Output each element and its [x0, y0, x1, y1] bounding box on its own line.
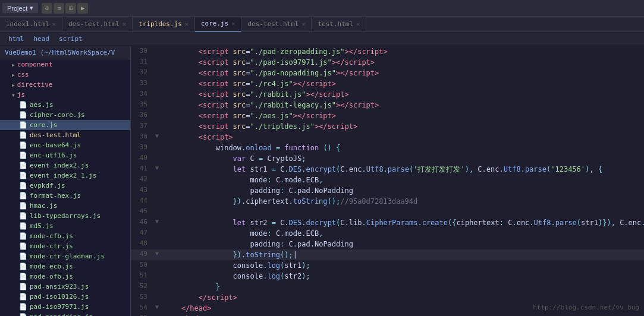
sidebar-item-label: evpkdf.js — [30, 182, 65, 189]
file-icon: 📄 — [19, 202, 27, 210]
tab-test[interactable]: test.html ✕ — [312, 17, 366, 32]
sidebar-item-label: core.js — [30, 121, 57, 129]
project-title: VueDemo1 (~/Html5WorkSpace/V — [5, 49, 115, 56]
file-icon: 📄 — [19, 263, 27, 270]
file-icon: 📄 — [19, 273, 27, 280]
sidebar-item-mode-ctr-gladman[interactable]: 📄 mode-ctr-gladman.js — [0, 251, 130, 261]
file-icon: 📄 — [19, 162, 27, 169]
sidebar-item-mode-ofb[interactable]: 📄 mode-ofb.js — [0, 271, 130, 282]
sidebar-item-event-index2[interactable]: 📄 event_index2.js — [0, 160, 130, 170]
sidebar-item-js[interactable]: js — [0, 90, 130, 100]
line-35: 35 <script src="./rabbit-legacy.js"></sc… — [131, 100, 644, 110]
line-52: 52 } — [131, 282, 644, 292]
tab-core[interactable]: core.js ✕ — [195, 17, 241, 32]
sidebar-item-label: mode-ctr-gladman.js — [30, 252, 105, 260]
tab-label: des-test.html — [68, 20, 120, 28]
file-icon: 📄 — [19, 232, 27, 240]
file-icon: 📄 — [19, 303, 27, 311]
sidebar-header: VueDemo1 (~/Html5WorkSpace/V — [0, 46, 130, 59]
sidebar-item-lib-typedarrays[interactable]: 📄 lib-typedarrays.js — [0, 211, 130, 221]
folder-icon — [12, 71, 15, 78]
code-editor[interactable]: 30 <script src="./pad-zeropadding.js"></… — [131, 46, 644, 316]
sidebar-item-label: event_index2.js — [30, 162, 89, 169]
file-icon: 📄 — [19, 131, 27, 139]
breadcrumb-script[interactable]: script — [55, 34, 86, 43]
tab-close-icon[interactable]: ✕ — [185, 21, 189, 27]
toolbar-icon-4[interactable]: ▶ — [77, 3, 88, 14]
sidebar-item-enc-base64[interactable]: 📄 enc-base64.js — [0, 140, 130, 150]
tab-close-icon[interactable]: ✕ — [52, 21, 56, 27]
sidebar-item-cipher-core[interactable]: 📄 cipher-core.js — [0, 110, 130, 120]
tab-close-icon[interactable]: ✕ — [301, 21, 305, 27]
line-30: 30 <script src="./pad-zeropadding.js"></… — [131, 46, 644, 57]
tab-label: index1.html — [6, 20, 49, 28]
tab-close-icon[interactable]: ✕ — [356, 21, 360, 27]
sidebar-item-mode-ctr[interactable]: 📄 mode-ctr.js — [0, 241, 130, 251]
sidebar-item-core[interactable]: 📄 core.js — [0, 120, 130, 130]
sidebar-item-label: css — [17, 71, 29, 78]
tab-tripldes[interactable]: tripldes.js ✕ — [133, 17, 195, 32]
sidebar-item-label: lib-typedarrays.js — [30, 212, 100, 220]
breadcrumb: html head script — [0, 32, 644, 46]
tab-des-test[interactable]: des-test.html ✕ — [62, 17, 133, 32]
tab-des-test2[interactable]: des-test.html ✕ — [241, 17, 312, 32]
file-icon: 📄 — [19, 212, 27, 220]
sidebar-item-des-test[interactable]: 📄 des-test.html — [0, 130, 130, 140]
line-39: 39 window.onload = function () { — [131, 143, 644, 153]
sidebar-item-label: des-test.html — [30, 131, 81, 139]
project-label: Project — [7, 5, 27, 12]
sidebar-item-pad-iso97971[interactable]: 📄 pad-iso97971.js — [0, 302, 130, 312]
file-icon: 📄 — [19, 172, 27, 179]
tab-close-icon[interactable]: ✕ — [231, 20, 235, 27]
file-icon: 📄 — [19, 111, 27, 119]
sidebar-item-label: pad-iso10126.js — [30, 293, 89, 301]
sidebar-item-mode-ecb[interactable]: 📄 mode-ecb.js — [0, 261, 130, 271]
sidebar-item-aes[interactable]: 📄 aes.js — [0, 100, 130, 110]
folder-icon — [12, 61, 15, 68]
toolbar-icon-2[interactable]: ≡ — [54, 3, 64, 14]
code-lines: 30 <script src="./pad-zeropadding.js"></… — [131, 46, 644, 316]
file-icon: 📄 — [19, 293, 27, 301]
main-layout: VueDemo1 (~/Html5WorkSpace/V component c… — [0, 46, 644, 316]
line-51: 51 console.log(str2); — [131, 271, 644, 282]
sidebar-item-label: mode-ctr.js — [30, 242, 73, 250]
sidebar-item-pad-nopadding[interactable]: 📄 pad-nopadding.js — [0, 312, 130, 316]
sidebar-item-label: md5.js — [30, 222, 54, 230]
sidebar-item-enc-utf16[interactable]: 📄 enc-utf16.js — [0, 150, 130, 160]
file-icon: 📄 — [19, 192, 27, 200]
sidebar-item-pad-iso10126[interactable]: 📄 pad-iso10126.js — [0, 292, 130, 302]
line-42: 42 mode: C.mode.ECB, — [131, 175, 644, 185]
project-menu[interactable]: Project ▾ — [2, 3, 38, 13]
sidebar-item-label: event_index2_1.js — [30, 172, 97, 179]
sidebar-item-label: enc-base64.js — [30, 141, 81, 149]
file-icon: 📄 — [19, 222, 27, 230]
tab-index1[interactable]: index1.html ✕ — [0, 17, 62, 32]
sidebar-item-md5[interactable]: 📄 md5.js — [0, 221, 130, 231]
breadcrumb-html[interactable]: html — [5, 34, 28, 43]
line-46: 46 ▼ let str2 = C.DES.decrypt(C.lib.Ciph… — [131, 217, 644, 228]
sidebar-item-directive[interactable]: directive — [0, 80, 130, 90]
sidebar-item-css[interactable]: css — [0, 69, 130, 80]
sidebar-item-label: js — [17, 91, 25, 99]
line-43: 43 padding: C.pad.NoPadding — [131, 185, 644, 196]
sidebar-item-hmac[interactable]: 📄 hmac.js — [0, 201, 130, 211]
line-55: 55 <body> — [131, 314, 644, 316]
sidebar-item-evpkdf[interactable]: 📄 evpkdf.js — [0, 181, 130, 191]
toolbar-icon-1[interactable]: ⚙ — [42, 3, 52, 14]
sidebar-item-format-hex[interactable]: 📄 format-hex.js — [0, 191, 130, 201]
sidebar-item-mode-cfb[interactable]: 📄 mode-cfb.js — [0, 231, 130, 241]
sidebar-item-event-index2-1[interactable]: 📄 event_index2_1.js — [0, 170, 130, 181]
sidebar-item-label: mode-cfb.js — [30, 232, 73, 240]
sidebar-item-label: enc-utf16.js — [30, 151, 77, 159]
sidebar-item-label: format-hex.js — [30, 192, 81, 200]
toolbar-icon-3[interactable]: ⊞ — [65, 3, 76, 14]
tab-label: core.js — [201, 20, 228, 27]
line-41: 41 ▼ let str1 = C.DES.encrypt(C.enc.Utf8… — [131, 164, 644, 175]
sidebar-item-label: directive — [17, 81, 53, 89]
sidebar-item-pad-ansix923[interactable]: 📄 pad-ansix923.js — [0, 282, 130, 292]
tab-close-icon[interactable]: ✕ — [122, 21, 126, 27]
sidebar-item-component[interactable]: component — [0, 59, 130, 69]
top-bar: Project ▾ ⚙ ≡ ⊞ ▶ — [0, 0, 644, 17]
breadcrumb-head[interactable]: head — [30, 34, 54, 43]
line-45: 45 — [131, 207, 644, 217]
